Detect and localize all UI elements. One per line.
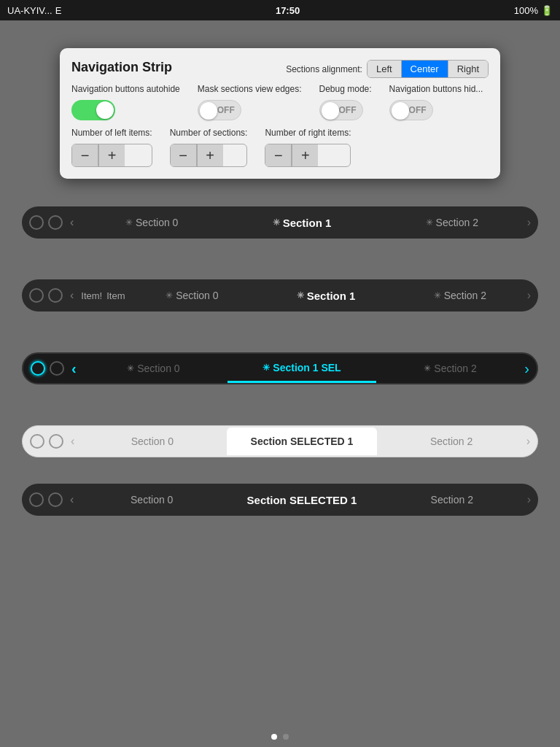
strip-5-section-0[interactable]: Section 0 bbox=[77, 484, 227, 516]
strip-2-sections: ✳ Section 0 ✳ Section 1 ✳ Section 2 bbox=[125, 279, 527, 311]
right-items-minus[interactable]: − bbox=[265, 144, 292, 166]
strip-1-circle-1[interactable] bbox=[29, 215, 44, 230]
strip-4-s0-label: Section 0 bbox=[131, 436, 174, 447]
right-items-stepper: − + bbox=[265, 144, 351, 167]
align-right-button[interactable]: Right bbox=[448, 61, 488, 77]
left-items-plus[interactable]: + bbox=[98, 144, 125, 166]
page-dot-2[interactable] bbox=[283, 734, 289, 740]
strip-4-section-2[interactable]: Section 2 bbox=[377, 426, 526, 457]
right-items-group: Number of right items: − + bbox=[265, 128, 351, 167]
strip-3-s1-asterisk: ✳ bbox=[262, 363, 270, 373]
strip-1-section-0[interactable]: ✳ Section 0 bbox=[77, 206, 227, 239]
align-left-button[interactable]: Left bbox=[368, 61, 402, 77]
strip-4-s2-label: Section 2 bbox=[430, 436, 472, 447]
sections-plus[interactable]: + bbox=[197, 144, 223, 166]
strip-3-chevron-right[interactable]: › bbox=[524, 360, 537, 377]
strip-3-chevron-left[interactable]: ‹ bbox=[69, 360, 79, 377]
strip-1-s2-asterisk: ✳ bbox=[426, 217, 433, 228]
strip-5-section-1[interactable]: Section SELECTED 1 bbox=[227, 484, 377, 516]
nav-strip-3: ‹ ✳ Section 0 ✳ Section 1 SEL ✳ Section … bbox=[22, 352, 538, 384]
strip-1-chevron-right[interactable]: › bbox=[527, 216, 538, 229]
nav-strip-4: ‹ Section 0 Section SELECTED 1 Section 2… bbox=[22, 425, 538, 457]
mask-sections-group: Mask sections view edges: OFF bbox=[198, 84, 302, 120]
strip-2-s1-label: Section 1 bbox=[307, 290, 356, 302]
strip-3-s0-label: Section 0 bbox=[137, 363, 179, 374]
strip-3-section-1[interactable]: ✳ Section 1 SEL bbox=[228, 354, 376, 383]
strip-2-circle-2[interactable] bbox=[48, 288, 63, 303]
strip-4-chevron-right[interactable]: › bbox=[526, 435, 537, 448]
strip-4-circle-2[interactable] bbox=[49, 434, 63, 449]
strip-5-circle-2[interactable] bbox=[48, 492, 63, 507]
alignment-label: Sections alignment: bbox=[286, 64, 362, 74]
nav-autohide-toggle[interactable]: ON bbox=[71, 100, 180, 120]
debug-mode-label: Debug mode: bbox=[319, 84, 372, 94]
strip-3-circle-1[interactable] bbox=[31, 361, 45, 376]
strip-4-section-1[interactable]: Section SELECTED 1 bbox=[227, 427, 376, 455]
nav-strip-1-inner: ‹ ✳ Section 0 ✳ Section 1 ✳ Section 2 › bbox=[22, 206, 538, 239]
nav-strip-5-inner: ‹ Section 0 Section SELECTED 1 Section 2… bbox=[22, 484, 538, 516]
strip-1-s1-asterisk: ✳ bbox=[273, 217, 280, 228]
strip-4-s1-label: Section SELECTED 1 bbox=[251, 436, 354, 447]
align-center-button[interactable]: Center bbox=[402, 61, 448, 77]
nav-strip-1: ‹ ✳ Section 0 ✳ Section 1 ✳ Section 2 › bbox=[22, 206, 538, 239]
strip-5-chevron-left[interactable]: ‹ bbox=[67, 493, 77, 506]
battery-icon: 🔋 bbox=[541, 5, 553, 16]
strip-5-s0-label: Section 0 bbox=[131, 494, 173, 506]
strip-2-chevron-left[interactable]: ‹ bbox=[67, 289, 77, 302]
strip-2-circle-1[interactable] bbox=[29, 288, 44, 303]
strip-3-section-0[interactable]: ✳ Section 0 bbox=[79, 354, 228, 383]
left-items-label: Number of left items: bbox=[71, 128, 152, 138]
strip-4-circle-1[interactable] bbox=[30, 434, 44, 449]
strip-5-section-2[interactable]: Section 2 bbox=[377, 484, 527, 516]
sections-count-label: Number of sections: bbox=[170, 128, 248, 138]
sections-stepper: − + bbox=[170, 144, 248, 167]
strip-5-left-controls: ‹ bbox=[22, 492, 77, 507]
strip-2-section-1[interactable]: ✳ Section 1 bbox=[259, 279, 393, 311]
strip-1-chevron-left[interactable]: ‹ bbox=[67, 216, 77, 229]
strip-4-section-0[interactable]: Section 0 bbox=[77, 426, 227, 457]
strip-1-section-1[interactable]: ✳ Section 1 bbox=[227, 206, 377, 239]
status-bar-left: UA-KYIV... E bbox=[7, 5, 61, 16]
mask-sections-toggle[interactable]: OFF bbox=[198, 100, 302, 120]
carrier-text: UA-KYIV... bbox=[7, 5, 52, 16]
strip-2-section-2[interactable]: ✳ Section 2 bbox=[393, 279, 527, 311]
debug-mode-toggle[interactable]: OFF bbox=[319, 100, 372, 120]
nav-hidden-toggle[interactable]: OFF bbox=[389, 100, 483, 120]
nav-autohide-label: Navigation buttons autohide bbox=[71, 84, 180, 94]
strip-3-s1-label: Section 1 SEL bbox=[273, 362, 341, 374]
page-dot-1[interactable] bbox=[271, 734, 277, 740]
strip-2-chevron-right[interactable]: › bbox=[527, 289, 538, 302]
strip-1-s0-asterisk: ✳ bbox=[125, 217, 133, 228]
strip-2-s0-label: Section 0 bbox=[176, 290, 218, 301]
right-items-plus[interactable]: + bbox=[292, 144, 318, 166]
alignment-group: Sections alignment: Left Center Right bbox=[286, 60, 489, 78]
strip-2-section-0[interactable]: ✳ Section 0 bbox=[125, 279, 260, 311]
strip-3-circle-2[interactable] bbox=[50, 361, 64, 376]
strip-3-section-2[interactable]: ✳ Section 2 bbox=[376, 354, 525, 383]
sections-minus[interactable]: − bbox=[171, 144, 197, 166]
strip-1-circle-2[interactable] bbox=[48, 215, 63, 230]
mask-sections-label: Mask sections view edges: bbox=[198, 84, 302, 94]
strip-2-s2-asterisk: ✳ bbox=[434, 290, 441, 301]
nav-strip-4-inner: ‹ Section 0 Section SELECTED 1 Section 2… bbox=[23, 426, 537, 457]
page-dots bbox=[271, 734, 289, 740]
strip-3-s2-label: Section 2 bbox=[434, 363, 476, 374]
network-type: E bbox=[55, 5, 62, 16]
status-bar: UA-KYIV... E 17:50 100% 🔋 bbox=[0, 0, 560, 20]
strip-1-s2-label: Section 2 bbox=[436, 217, 478, 228]
strip-4-chevron-left[interactable]: ‹ bbox=[68, 435, 77, 448]
strip-5-s1-label: Section SELECTED 1 bbox=[247, 494, 357, 506]
strip-5-chevron-right[interactable]: › bbox=[527, 493, 538, 506]
battery-text: 100% bbox=[514, 5, 538, 16]
strip-2-s0-asterisk: ✳ bbox=[166, 290, 173, 301]
right-items-label: Number of right items: bbox=[265, 128, 351, 138]
strip-5-circle-1[interactable] bbox=[29, 492, 44, 507]
sections-count-group: Number of sections: − + bbox=[170, 128, 248, 167]
left-items-group: Number of left items: − + bbox=[71, 128, 152, 167]
strip-1-s0-label: Section 0 bbox=[136, 217, 178, 228]
settings-panel: Navigation Strip Sections alignment: Lef… bbox=[60, 48, 500, 179]
strip-1-section-2[interactable]: ✳ Section 2 bbox=[377, 206, 527, 239]
strip-1-left-controls: ‹ bbox=[22, 215, 77, 230]
left-items-minus[interactable]: − bbox=[72, 144, 98, 166]
strip-2-left-controls: ‹ Item! Item bbox=[22, 288, 125, 303]
